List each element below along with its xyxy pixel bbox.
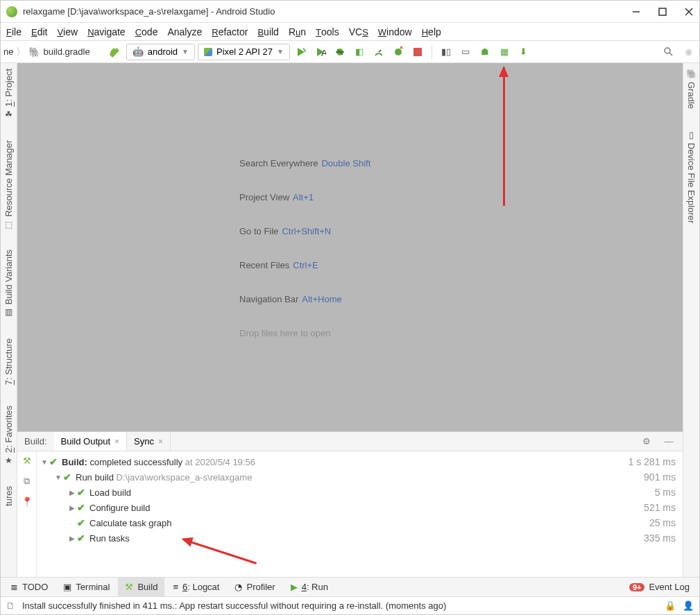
sync-button[interactable]: ⬇ [515,44,532,60]
status-message: Install successfully finished in 411 ms.… [22,600,446,611]
gradle-icon: 🐘 [28,46,40,58]
sidebar-tab-structure[interactable]: 7: Structure [3,338,14,385]
chevron-right-icon[interactable]: ▶ [67,535,77,542]
lock-icon[interactable]: 🔒 [665,600,676,611]
debug-button[interactable] [332,44,348,60]
sidebar-tab-gradle[interactable]: 🐘Gradle [686,69,697,109]
menu-help[interactable]: Help [422,26,441,37]
status-bar: 🗋 Install successfully finished in 411 m… [1,596,699,614]
hammer-icon[interactable] [107,44,123,60]
gear-icon[interactable]: ⚙ [638,433,655,450]
check-icon: ✔ [77,487,85,498]
sdk-manager-button[interactable]: ▭ [457,44,474,60]
menu-edit[interactable]: Edit [31,26,47,37]
right-tool-gutter: 🐘Gradle ▯Device File Explorer [683,63,699,577]
menu-run[interactable]: Run [289,26,306,37]
hammer-icon[interactable]: ⚒ [23,456,31,466]
user-icon[interactable]: ◉ [680,44,697,60]
menu-build[interactable]: Build [257,26,278,37]
tab-event-log[interactable]: 9+Event Log [622,578,697,596]
tree-row[interactable]: ▼ ✔ Run build D:\java\workspace_a-s\rela… [40,469,676,485]
tree-row[interactable]: ▶ ✔ Configure build 521 ms [40,500,676,515]
breadcrumb-item[interactable]: ne [3,46,13,57]
toggle-icon[interactable]: ⧉ [24,476,30,487]
menu-window[interactable]: Window [378,26,412,37]
menu-view[interactable]: View [57,26,78,37]
sidebar-tab-build-variants[interactable]: ▥Build Variants [3,250,14,317]
tip-drop-files: Drop files here to open [239,325,683,340]
build-panel-label: Build: [17,436,54,447]
menu-code[interactable]: Code [135,26,158,37]
apply-changes-button[interactable]: A [312,44,329,60]
chevron-right-icon[interactable]: ▶ [67,504,77,512]
sidebar-tab-captures[interactable]: tures [3,486,14,506]
tab-terminal[interactable]: ▣Terminal [56,578,117,596]
status-icon[interactable]: 🗋 [6,600,15,611]
chevron-down-icon[interactable]: ▼ [53,474,63,481]
tip-nav-bar: Navigation Bar Alt+Home [239,291,683,306]
build-tree[interactable]: ▼ ✔ Build: completed successfully at 202… [37,451,683,577]
menu-vcs[interactable]: VCS [349,26,368,37]
svg-text:A: A [321,48,326,58]
tab-build-output[interactable]: Build Output× [54,432,128,451]
run-button[interactable] [293,44,309,60]
memory-indicator-icon[interactable]: 👤 [683,600,694,611]
attach-debugger-button[interactable] [390,44,407,60]
menu-file[interactable]: File [6,26,22,37]
tree-row[interactable]: ▶ ✔ Load build 5 ms [40,485,676,500]
close-icon[interactable]: × [158,437,163,447]
menu-refactor[interactable]: Refactor [212,26,248,37]
sidebar-tab-device-file-explorer[interactable]: ▯Device File Explorer [686,130,697,223]
sidebar-tab-resource-manager[interactable]: ⬚Resource Manager [3,140,14,229]
chevron-down-icon[interactable]: ▼ [40,458,49,466]
tab-build[interactable]: ⚒Build [118,578,164,596]
tree-row[interactable]: ▼ ✔ Build: completed successfully at 202… [40,454,676,469]
menu-analyze[interactable]: Analyze [167,26,202,37]
minimize-panel-icon[interactable]: — [660,433,677,450]
minimize-button[interactable] [631,7,641,17]
coverage-button[interactable]: ◧ [351,44,368,60]
check-icon: ✔ [63,471,71,483]
layout-inspector-button[interactable]: ☗ [477,44,493,60]
tab-run[interactable]: ▶4: Run [284,578,335,596]
close-button[interactable] [684,7,694,17]
android-icon: 🤖 [133,46,144,57]
sidebar-tab-favorites[interactable]: ★2: Favorites [3,406,14,465]
sidebar-tab-project[interactable]: ☘1: Project [3,69,14,119]
tip-recent-files: Recent Files Ctrl+E [239,257,683,272]
menu-tools[interactable]: Tools [316,26,339,37]
close-icon[interactable]: × [114,437,119,447]
toolbar: ne 〉 🐘 build.gradle 🤖 android ▼ Pixel 2 … [1,41,699,63]
device-dropdown[interactable]: Pixel 2 API 27 ▼ [198,44,290,60]
chevron-down-icon: ▼ [277,48,284,55]
build-panel: Build: Build Output× Sync× ⚙ — ⚒ ⧉ 📍 ▼ [17,431,683,577]
maximize-button[interactable] [658,7,667,17]
check-icon: ✔ [77,502,85,513]
avd-manager-button[interactable]: ▮▯ [438,44,454,60]
resource-manager-button[interactable]: ▦ [496,44,513,60]
title-bar: relaxgame [D:\java\workspace_a-s\relaxga… [1,1,699,23]
tree-row[interactable]: ✔ Calculate task graph 25 ms [40,515,676,530]
search-icon[interactable] [660,44,677,60]
chevron-right-icon[interactable]: ▶ [67,489,77,496]
tab-profiler[interactable]: ◔Profiler [228,578,282,596]
tab-sync[interactable]: Sync× [127,432,171,451]
tab-logcat[interactable]: ≡6: Logcat [166,578,226,596]
check-icon: ✔ [77,532,85,544]
window-title: relaxgame [D:\java\workspace_a-s\relaxga… [23,6,631,17]
separator [432,45,432,59]
editor-empty-state: Search Everywhere Double Shift Project V… [17,63,683,431]
pin-icon[interactable]: 📍 [22,496,33,507]
breadcrumb-item[interactable]: build.gradle [43,46,89,57]
notification-badge: 9+ [629,583,645,591]
build-panel-tabs: Build: Build Output× Sync× ⚙ — [17,432,683,451]
menu-navigate[interactable]: Navigate [87,26,126,37]
tree-row[interactable]: ▶ ✔ Run tasks 335 ms [40,530,676,546]
breadcrumb[interactable]: ne 〉 🐘 build.gradle [3,46,90,58]
run-config-dropdown[interactable]: 🤖 android ▼ [126,44,195,60]
tab-todo[interactable]: ≣TODO [3,578,55,596]
device-label: Pixel 2 API 27 [216,46,273,57]
profile-button[interactable] [370,44,387,60]
device-icon [204,48,212,56]
stop-button[interactable] [409,44,426,60]
